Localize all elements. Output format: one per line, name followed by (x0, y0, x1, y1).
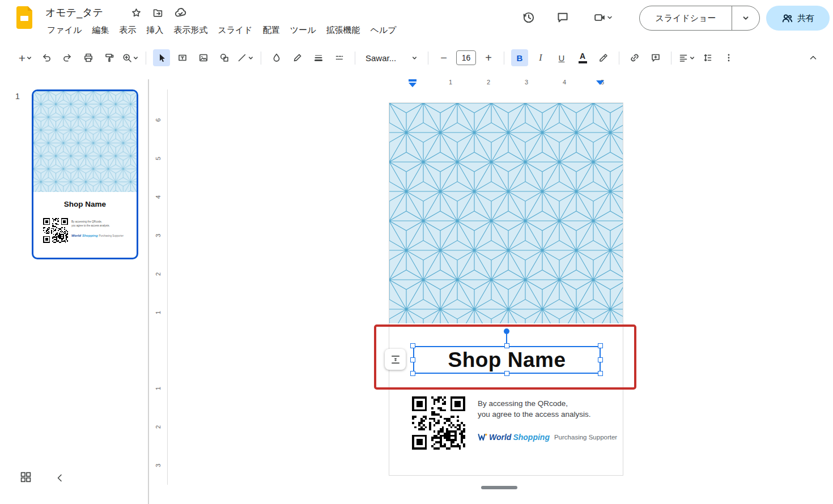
hide-menus-button[interactable] (805, 49, 822, 66)
thumbnail-brand-shopping: Shopping (82, 234, 98, 237)
toolbar-separator (619, 52, 619, 65)
selection-handle-s[interactable] (504, 371, 509, 376)
version-history-button[interactable] (517, 6, 540, 29)
history-clock-icon (522, 11, 536, 24)
bold-button[interactable]: B (511, 49, 528, 66)
slideshow-options-button[interactable] (732, 14, 759, 22)
text-box-icon (177, 53, 188, 63)
cursor-icon (156, 53, 167, 63)
selection-handle-e[interactable] (598, 357, 603, 362)
slide-thumbnail[interactable]: Shop Name By accessing the QRcode, you a… (32, 89, 138, 259)
insert-image-button[interactable] (195, 49, 212, 66)
menu-slide[interactable]: スライド (212, 23, 257, 37)
left-indent-marker[interactable] (409, 83, 416, 87)
zoom-in-icon (122, 53, 132, 63)
new-slide-button[interactable]: + (17, 49, 34, 66)
collapse-filmstrip-button[interactable] (55, 473, 65, 483)
slideshow-button[interactable]: スライドショー (640, 13, 732, 24)
add-comment-button[interactable] (647, 49, 664, 66)
underline-button[interactable]: U (553, 49, 570, 66)
selection-handle-nw[interactable] (410, 343, 415, 348)
select-tool-button[interactable] (153, 49, 170, 66)
line-spacing-button[interactable] (699, 49, 716, 66)
shop-name-text-box[interactable]: Shop Name (413, 346, 601, 374)
menu-help[interactable]: ヘルプ (366, 23, 402, 37)
video-camera-icon (594, 11, 606, 24)
font-family-select[interactable]: Sawar... (362, 49, 421, 66)
star-button[interactable] (128, 5, 144, 20)
thumbnail-qr-caption: By accessing the QRcode, you agree to th… (71, 220, 110, 228)
insert-link-button[interactable] (626, 49, 643, 66)
selection-handle-se[interactable] (598, 371, 603, 376)
fill-color-button[interactable] (268, 49, 285, 66)
insert-shape-button[interactable] (216, 49, 233, 66)
font-size-input[interactable]: 16 (456, 50, 476, 65)
right-indent-marker[interactable] (596, 80, 604, 85)
shapes-icon (219, 53, 230, 63)
filmstrip-scrollbar[interactable] (148, 79, 149, 504)
rotation-handle[interactable] (504, 328, 509, 334)
align-button[interactable] (678, 49, 695, 66)
line-icon (237, 53, 247, 63)
border-weight-button[interactable] (310, 49, 327, 66)
menu-format[interactable]: 表示形式 (168, 23, 212, 37)
qr-code[interactable] (412, 396, 465, 450)
text-color-bar (579, 61, 587, 63)
asanoha-pattern-image[interactable] (389, 103, 623, 323)
save-status-button[interactable] (172, 5, 188, 20)
zoom-button[interactable] (122, 49, 139, 66)
chevron-down-icon (248, 55, 254, 61)
selection-handle-sw[interactable] (410, 371, 415, 376)
highlight-color-button[interactable] (595, 49, 612, 66)
plus-icon: + (19, 52, 26, 64)
brand-tagline: Purchasing Supporter (554, 434, 617, 441)
worldshopping-brand: WorldShopping Purchasing Supporter (478, 433, 617, 442)
selection-handle-n[interactable] (504, 343, 509, 348)
decrease-font-size-button[interactable]: − (435, 49, 452, 66)
menu-insert[interactable]: 挿入 (141, 23, 168, 37)
meet-button[interactable] (587, 6, 620, 29)
redo-button[interactable] (59, 49, 76, 66)
slides-logo-icon[interactable] (16, 6, 33, 29)
menu-view[interactable]: 表示 (114, 23, 141, 37)
comment-add-icon (651, 53, 661, 63)
text-box-tool-button[interactable] (174, 49, 191, 66)
menu-arrange[interactable]: 配置 (258, 23, 285, 37)
increase-font-size-button[interactable]: + (480, 49, 497, 66)
thumbnail-caption-line2: you agree to the access analysis. (71, 224, 110, 228)
selection-handle-ne[interactable] (598, 343, 603, 348)
toolbar: + (17, 48, 737, 68)
move-folder-button[interactable] (150, 5, 165, 20)
border-color-button[interactable] (289, 49, 306, 66)
text-autofit-button[interactable] (385, 349, 406, 370)
comments-button[interactable] (551, 6, 574, 29)
qr-caption-line2: you agree to the access analysis. (478, 409, 591, 420)
first-line-indent-marker[interactable] (409, 79, 416, 82)
grid-view-button[interactable] (20, 472, 31, 482)
paint-format-button[interactable] (101, 49, 118, 66)
menu-edit[interactable]: 編集 (87, 23, 114, 37)
qr-caption-line1: By accessing the QRcode, (478, 399, 591, 409)
undo-button[interactable] (38, 49, 55, 66)
shop-name-text[interactable]: Shop Name (448, 348, 566, 372)
toolbar-separator (146, 52, 146, 65)
menu-extensions[interactable]: 拡張機能 (321, 23, 366, 37)
menu-file[interactable]: ファイル (42, 23, 87, 37)
selection-handle-w[interactable] (410, 357, 415, 362)
document-title[interactable]: オモテ_タテ (45, 5, 103, 20)
print-button[interactable] (80, 49, 97, 66)
text-color-button[interactable]: A (574, 49, 591, 66)
h-ruler-number: 2 (487, 79, 490, 86)
insert-line-button[interactable] (237, 49, 254, 66)
menu-tools[interactable]: ツール (285, 23, 321, 37)
border-dash-button[interactable] (331, 49, 348, 66)
underline-label: U (559, 53, 565, 63)
share-button[interactable]: 共有 (766, 6, 830, 31)
h-ruler-number: 4 (563, 79, 566, 86)
horizontal-scrollbar[interactable] (481, 486, 517, 489)
more-options-button[interactable] (720, 49, 737, 66)
chevron-down-icon (26, 55, 32, 61)
align-icon (678, 53, 688, 63)
fill-color-icon (271, 53, 282, 63)
italic-button[interactable]: I (532, 49, 549, 66)
